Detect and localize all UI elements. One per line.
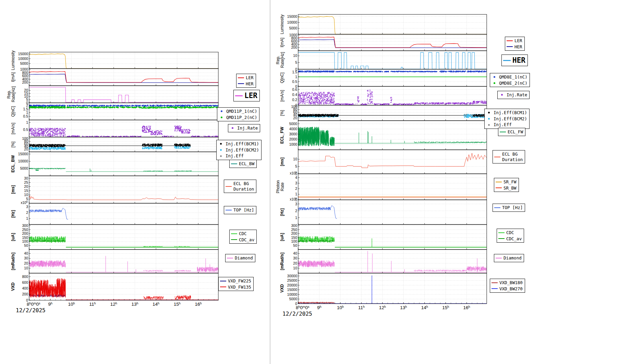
svg-text:200: 200	[291, 231, 297, 235]
svg-text:2: 2	[295, 186, 297, 191]
subplot-series	[298, 114, 487, 118]
subplot-series	[298, 127, 487, 146]
svg-text:800: 800	[22, 275, 28, 279]
svg-text:200: 200	[22, 292, 28, 296]
series-top	[62, 208, 68, 219]
svg-text:14h: 14h	[421, 305, 428, 310]
subplot-series	[298, 197, 487, 197]
svg-text:10000: 10000	[287, 20, 297, 24]
svg-text:3: 3	[26, 205, 28, 209]
svg-text:1000: 1000	[289, 142, 298, 146]
svg-text:5000: 5000	[289, 26, 298, 30]
svg-text:Q[nC]: Q[nC]	[11, 106, 15, 117]
series-ler-rep-rate	[29, 87, 218, 102]
svg-text:12h: 12h	[379, 305, 386, 310]
svg-text:250: 250	[22, 228, 28, 232]
svg-text:I[mA]: I[mA]	[280, 38, 284, 47]
svg-text:1: 1	[26, 216, 28, 220]
svg-text:14h: 14h	[153, 302, 159, 307]
svg-text:2: 2	[26, 210, 28, 215]
svg-text:Photon: Photon	[276, 180, 280, 193]
svg-text:20000: 20000	[287, 283, 297, 287]
svg-text:20: 20	[293, 261, 297, 265]
svg-text:200: 200	[22, 231, 28, 235]
series-ecl-bg-duration	[298, 153, 487, 168]
series-her	[298, 40, 487, 48]
svg-text:ECL_BW: ECL_BW	[11, 155, 15, 172]
svg-text:0.6: 0.6	[292, 87, 297, 92]
svg-text:x106: x106	[21, 200, 28, 205]
svg-text:15h: 15h	[442, 305, 449, 310]
svg-text:10h: 10h	[68, 302, 75, 307]
series-top	[331, 205, 337, 219]
svg-text:Rate[Hz]: Rate[Hz]	[280, 52, 285, 68]
svg-text:10000: 10000	[287, 292, 297, 296]
series-ecl-bg-duration	[29, 196, 218, 200]
subplot-series	[29, 278, 218, 300]
subplot-series	[298, 52, 487, 69]
svg-text:Rate: Rate	[280, 182, 285, 191]
svg-text:2: 2	[26, 103, 28, 107]
svg-text:13h: 13h	[131, 302, 138, 307]
svg-text:150: 150	[291, 235, 297, 240]
svg-text:Rate[Hz]: Rate[Hz]	[11, 86, 16, 102]
svg-text:9h: 9h	[317, 305, 321, 310]
svg-text:25: 25	[24, 180, 28, 184]
subplot-series	[298, 236, 487, 247]
svg-text:30: 30	[24, 256, 28, 260]
svg-text:[mA/s]: [mA/s]	[11, 123, 15, 134]
date-label-left: 12/2/2025	[16, 307, 46, 314]
svg-text:10: 10	[24, 266, 28, 270]
svg-text:10h: 10h	[337, 305, 344, 310]
subplot-series	[298, 71, 487, 77]
svg-text:0.5: 0.5	[23, 128, 28, 132]
svg-text:9h: 9h	[48, 302, 52, 307]
svg-text:3: 3	[295, 181, 297, 185]
subplot-series	[29, 54, 218, 69]
svg-text:20: 20	[24, 88, 28, 92]
svg-text:1: 1	[26, 120, 28, 124]
subplot-series	[298, 251, 487, 272]
svg-text:2000: 2000	[289, 137, 298, 141]
svg-text:600: 600	[22, 280, 28, 284]
series-her	[29, 74, 218, 83]
svg-text:150: 150	[22, 235, 28, 240]
series-ler	[298, 37, 487, 48]
svg-text:300: 300	[22, 223, 28, 228]
svg-text:10: 10	[24, 193, 28, 197]
svg-text:5000: 5000	[20, 166, 28, 170]
svg-text:[%]: [%]	[280, 110, 284, 116]
svg-text:30: 30	[293, 256, 297, 260]
subplot-series	[29, 196, 218, 200]
svg-text:40: 40	[293, 251, 297, 255]
svg-text:10000: 10000	[18, 57, 28, 61]
svg-text:100: 100	[22, 136, 28, 141]
svg-text:VXD: VXD	[280, 284, 284, 293]
date-label-right: 12/2/2025	[282, 311, 312, 317]
svg-text:100: 100	[291, 105, 297, 109]
svg-text:VXD: VXD	[11, 282, 15, 291]
subplot-series	[29, 71, 218, 83]
svg-text:[ms]: [ms]	[11, 185, 15, 194]
svg-text:Q[nC]: Q[nC]	[280, 72, 284, 83]
svg-text:5000: 5000	[20, 61, 28, 65]
svg-text:2: 2	[295, 209, 297, 213]
svg-text:250: 250	[291, 228, 297, 232]
svg-text:5000: 5000	[289, 122, 298, 126]
svg-text:1: 1	[295, 216, 297, 220]
svg-text:1000: 1000	[20, 67, 28, 71]
svg-text:[mRad/s]: [mRad/s]	[280, 253, 284, 270]
svg-text:15000: 15000	[287, 288, 297, 292]
svg-text:[Hz]: [Hz]	[280, 208, 284, 216]
svg-text:10000: 10000	[18, 159, 28, 163]
svg-text:[mRad/s]: [mRad/s]	[11, 253, 15, 270]
svg-text:3000: 3000	[289, 132, 298, 136]
subplot-series	[298, 276, 487, 304]
beam-monitor-dashboard: 50001000015000Luminosity2004006008001000…	[0, 0, 619, 364]
panel-left: 50001000015000Luminosity2004006008001000…	[7, 50, 219, 307]
subplot-series	[29, 105, 219, 109]
svg-text:0.5: 0.5	[292, 80, 297, 84]
svg-text:20: 20	[24, 184, 28, 189]
svg-text:10: 10	[293, 157, 297, 161]
svg-text:[ms]: [ms]	[280, 157, 284, 166]
